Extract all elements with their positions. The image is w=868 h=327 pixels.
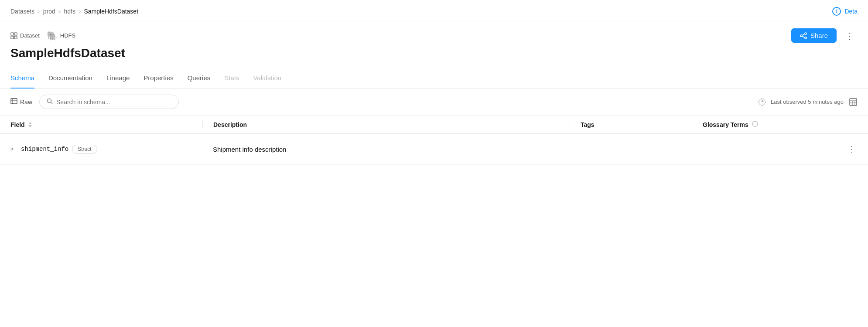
clock-icon [759,99,765,106]
breadcrumb-prod[interactable]: prod [43,8,55,15]
row-more-button[interactable]: ⋮ [846,143,858,156]
breadcrumb-sep-1: > [37,8,41,15]
share-label: Share [810,32,828,39]
search-input[interactable] [56,99,171,106]
field-cell: > shipment_info Struct [10,145,202,153]
table-settings-icon[interactable] [849,98,858,106]
hdfs-label: HDFS [60,32,75,39]
breadcrumb-sep-3: > [78,8,82,15]
dataset-label: Dataset [20,32,40,39]
dataset-icon [10,32,17,39]
svg-rect-3 [14,36,17,39]
table-row: > shipment_info Struct Shipment info des… [0,134,868,165]
svg-point-12 [48,99,51,103]
hdfs-badge: 🐘 HDFS [47,31,75,41]
svg-rect-0 [11,33,14,35]
toolbar-right: Last observed 5 minutes ago [759,98,858,106]
tab-stats: Stats [224,69,239,89]
svg-line-7 [802,34,805,35]
header-actions: Share ⋮ [791,28,858,43]
schema-header: Field Description Tags Glossary Terms [0,116,868,134]
tab-lineage[interactable]: Lineage [106,69,130,89]
field-name: shipment_info [21,146,68,153]
dataset-badge: Dataset [10,32,40,39]
dataset-type-row: Dataset 🐘 HDFS Share ⋮ [10,28,858,43]
svg-point-4 [805,33,806,34]
breadcrumb-left: Datasets > prod > hdfs > SampleHdfsDatas… [10,8,138,15]
struct-badge: Struct [72,145,97,153]
description-cell: Shipment info description [202,146,570,153]
tab-documentation[interactable]: Documentation [48,69,92,89]
breadcrumb-hdfs[interactable]: hdfs [64,8,75,15]
tab-validation: Validation [253,69,281,89]
more-menu-button[interactable]: ⋮ [842,29,858,43]
detail-label[interactable]: Deta [844,8,858,15]
dataset-type-left: Dataset 🐘 HDFS [10,31,75,41]
breadcrumb-datasets[interactable]: Datasets [10,8,34,15]
schema-table: Field Description Tags Glossary Terms > [0,116,868,165]
page-title: SampleHdfsDataset [10,46,858,60]
svg-line-13 [51,102,53,104]
sort-icon[interactable] [28,122,32,127]
svg-line-8 [802,36,805,37]
column-field: Field [10,121,202,128]
tabs: Schema Documentation Lineage Properties … [0,69,868,89]
svg-rect-9 [11,99,17,104]
elephant-icon: 🐘 [47,31,58,41]
svg-point-5 [800,35,802,37]
breadcrumb: Datasets > prod > hdfs > SampleHdfsDatas… [0,0,868,21]
search-wrapper[interactable] [39,95,179,109]
svg-rect-14 [850,99,857,106]
svg-point-19 [752,121,758,126]
search-icon [47,98,53,106]
svg-point-6 [805,37,806,39]
column-description: Description [202,121,570,128]
raw-icon [10,98,17,106]
tab-properties[interactable]: Properties [144,69,173,89]
glossary-sort-icon[interactable] [752,121,758,128]
svg-rect-1 [14,33,17,35]
tab-schema[interactable]: Schema [10,69,34,89]
header-section: Dataset 🐘 HDFS Share ⋮ SampleHdfsDataset [0,21,868,60]
raw-label: Raw [20,99,32,106]
toolbar: Raw Last observed 5 minutes ago [0,89,868,116]
column-glossary-terms: Glossary Terms [692,121,840,128]
row-actions: ⋮ [840,143,858,156]
info-icon[interactable]: i [832,7,841,16]
raw-button[interactable]: Raw [10,98,32,106]
share-button[interactable]: Share [791,28,837,43]
svg-rect-2 [11,36,14,39]
breadcrumb-current: SampleHdfsDataset [84,8,139,15]
toolbar-left: Raw [10,95,179,109]
breadcrumb-right: i Deta [832,7,858,16]
tab-queries[interactable]: Queries [188,69,211,89]
breadcrumb-sep-2: > [58,8,62,15]
column-tags: Tags [570,121,692,128]
expand-icon[interactable]: > [10,146,17,152]
last-observed-text: Last observed 5 minutes ago [771,99,844,105]
